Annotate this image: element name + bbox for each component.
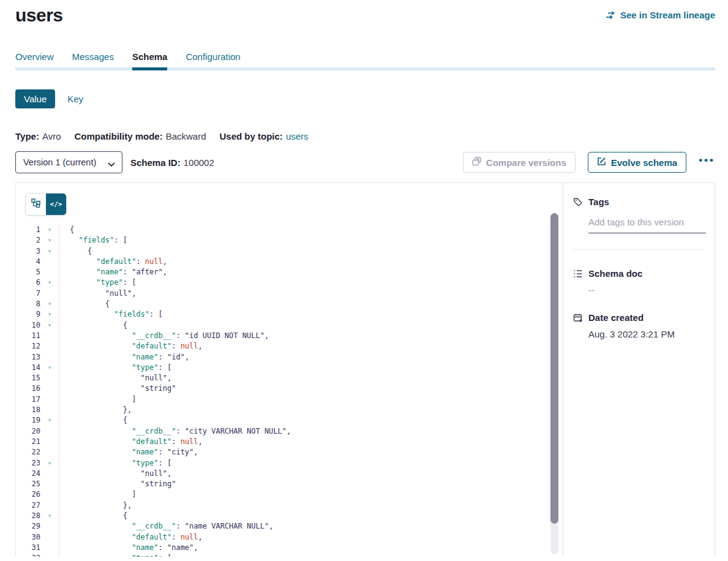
fold-arrow-empty: [40, 447, 59, 457]
line-number: 30: [16, 532, 40, 543]
code-text: "default": null,: [70, 532, 203, 543]
fold-arrow-empty: [40, 521, 59, 532]
code-text: {: [70, 511, 127, 521]
code-line-21: 21"default": null,: [16, 437, 563, 447]
fold-arrow-icon[interactable]: ▾: [40, 309, 59, 320]
code-text: "type": [: [70, 363, 171, 373]
schema-doc-value: --: [588, 285, 705, 295]
line-number: 22: [16, 447, 40, 457]
line-number: 17: [16, 394, 40, 405]
fold-arrow-icon[interactable]: ▾: [40, 363, 59, 373]
line-number: 10: [16, 320, 40, 331]
fold-arrow-icon[interactable]: ▾: [40, 235, 59, 246]
line-number: 20: [16, 426, 40, 437]
line-number: 8: [16, 299, 40, 309]
code-text: "__crdb__": "city VARCHAR NOT NULL",: [70, 426, 291, 437]
add-tags-input[interactable]: [588, 216, 706, 233]
fold-arrow-empty: [40, 267, 59, 277]
fold-arrow-empty: [40, 500, 59, 511]
fold-arrow-icon[interactable]: ▾: [40, 299, 59, 309]
tab-configuration[interactable]: Configuration: [186, 51, 240, 70]
tags-title: Tags: [588, 197, 609, 207]
code-editor[interactable]: 1▾{2▾"fields": [3▾{4"default": null,5"na…: [16, 225, 563, 557]
line-number: 2: [16, 235, 40, 246]
date-created-title: Date created: [588, 312, 644, 323]
code-line-13: 13"name": "id",: [16, 352, 563, 363]
code-line-25: 25"string": [16, 479, 563, 489]
fold-arrow-empty: [40, 437, 59, 447]
fold-arrow-icon[interactable]: ▾: [40, 246, 59, 257]
code-line-24: 24"null",: [16, 469, 563, 479]
code-line-14: 14▾"type": [: [16, 363, 563, 373]
tab-schema[interactable]: Schema: [132, 51, 168, 70]
fold-arrow-icon[interactable]: ▾: [40, 225, 59, 235]
editor-scrollbar-thumb[interactable]: [550, 213, 558, 524]
code-text: "string": [70, 479, 176, 489]
view-mode-toggle: </>: [25, 193, 67, 216]
code-line-4: 4"default": null,: [16, 257, 563, 267]
fold-arrow-icon[interactable]: ▾: [40, 277, 59, 288]
line-number: 4: [16, 257, 40, 267]
code-line-12: 12"default": null,: [16, 341, 563, 352]
line-number: 18: [16, 405, 40, 415]
editor-scrollbar-track[interactable]: [550, 213, 558, 554]
tab-messages[interactable]: Messages: [72, 51, 114, 70]
code-text: "name": "id",: [70, 352, 189, 363]
tree-view-button[interactable]: [26, 194, 46, 215]
code-line-18: 18},: [16, 405, 563, 415]
line-number: 7: [16, 288, 40, 299]
line-number: 5: [16, 267, 40, 277]
line-number: 16: [16, 383, 40, 394]
fold-arrow-icon[interactable]: ▾: [40, 458, 59, 469]
fold-arrow-empty: [40, 426, 59, 437]
code-text: "null",: [70, 288, 136, 299]
fold-arrow-icon[interactable]: ▾: [40, 320, 59, 331]
schema-meta: Type: Avro Compatibility mode: Backward …: [15, 131, 715, 141]
code-line-26: 26]: [16, 489, 563, 500]
compare-versions-button[interactable]: Compare versions: [463, 152, 576, 173]
version-select[interactable]: Version 1 (current): [15, 151, 122, 173]
value-key-toggle: Value Key: [15, 89, 715, 108]
value-tab-button[interactable]: Value: [15, 89, 55, 108]
see-in-stream-lineage-label: See in Stream lineage: [620, 10, 715, 20]
code-text: {: [70, 246, 92, 257]
code-text: },: [70, 500, 132, 511]
fold-arrow-icon[interactable]: ▾: [40, 511, 59, 521]
code-text: "fields": [: [70, 309, 163, 320]
used-by-topic-link[interactable]: users: [286, 131, 309, 141]
fold-arrow-empty: [40, 331, 59, 341]
line-number: 29: [16, 521, 40, 532]
tab-bar: Overview Messages Schema Configuration: [15, 51, 715, 70]
code-text: {: [70, 299, 110, 309]
page-header: users See in Stream lineage: [15, 0, 715, 27]
code-text: "fields": [: [70, 235, 127, 246]
code-text: "name": "after",: [70, 267, 167, 277]
fold-arrow-empty: [40, 352, 59, 363]
see-in-stream-lineage-link[interactable]: See in Stream lineage: [606, 10, 715, 20]
fold-arrow-empty: [40, 341, 59, 352]
schema-panel: </> 1▾{2▾"fields": [3▾{4"default": null,…: [15, 183, 715, 557]
code-line-15: 15"null",: [16, 373, 563, 383]
key-tab-button[interactable]: Key: [67, 94, 83, 104]
fold-arrow-empty: [40, 489, 59, 500]
evolve-schema-button[interactable]: Evolve schema: [588, 152, 686, 173]
code-line-23: 23▾"type": [: [16, 458, 563, 469]
fold-arrow-empty: [40, 532, 59, 543]
tab-overview[interactable]: Overview: [15, 51, 54, 70]
code-view-button[interactable]: </>: [46, 194, 66, 215]
fold-arrow-icon[interactable]: ▾: [40, 553, 59, 557]
fold-arrow-icon[interactable]: ▾: [40, 415, 59, 426]
code-text: "name": "city",: [70, 447, 198, 457]
schema-id-label: Schema ID:: [130, 157, 181, 168]
line-number: 26: [16, 489, 40, 500]
fold-arrow-empty: [40, 469, 59, 479]
code-line-27: 27},: [16, 500, 563, 511]
compatibility-mode-label: Compatibility mode:: [74, 131, 162, 141]
fold-arrow-empty: [40, 543, 59, 553]
code-line-30: 30"default": null,: [16, 532, 563, 543]
line-number: 9: [16, 309, 40, 320]
more-options-button[interactable]: •••: [699, 154, 715, 170]
chevron-down-icon: [108, 159, 115, 169]
code-line-3: 3▾{: [16, 246, 563, 257]
line-number: 13: [16, 352, 40, 363]
